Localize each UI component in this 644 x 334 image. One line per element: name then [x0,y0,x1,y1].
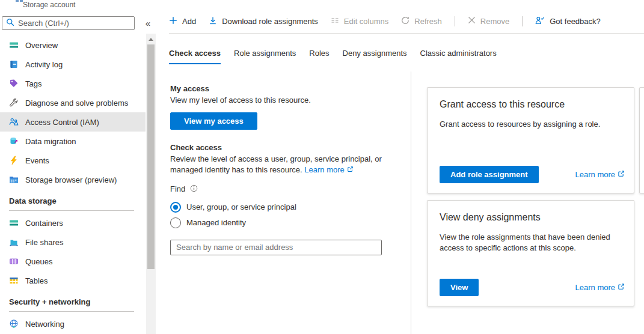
grant-access-card: Grant access to this resource Grant acce… [427,87,634,193]
view-deny-assignments-card: View deny assignments View the role assi… [427,200,634,306]
sidebar-item-file-shares[interactable]: File shares [0,232,146,252]
command-bar: Add Download role assignments Edit colum… [169,14,613,28]
tab-check-access[interactable]: Check access [169,49,221,64]
overview-icon [8,40,19,50]
tab-role-assignments[interactable]: Role assignments [234,49,296,64]
add-button[interactable]: Add [169,16,196,26]
queues-icon [8,257,19,267]
data-migration-icon [8,136,19,147]
resource-type-label: Storage account [23,1,75,9]
radio-selected-icon [170,202,181,213]
sidebar-section-security-networking: Security + networking [0,290,146,314]
info-icon[interactable] [190,184,198,194]
sidebar-item-containers[interactable]: Containers [0,213,146,232]
cropped-resource-icon [16,0,19,2]
find-search-input[interactable] [170,240,382,255]
external-link-icon [618,170,625,179]
external-link-icon [347,165,354,175]
sidebar-nav: Overview Activity log Tags Diagnose and … [0,35,146,333]
feedback-icon [535,16,545,26]
tab-roles[interactable]: Roles [309,49,329,64]
sidebar-item-data-migration[interactable]: Data migration [0,132,146,151]
tab-deny-assignments[interactable]: Deny assignments [343,49,407,64]
sidebar-search-box[interactable] [2,16,135,30]
edit-columns-button[interactable]: Edit columns [331,16,388,26]
check-access-panel: My access View my level of access to thi… [170,84,400,255]
remove-button[interactable]: Remove [468,16,509,26]
globe-icon [8,319,19,329]
search-icon [6,18,14,28]
grant-access-card-title: Grant access to this resource [440,99,622,110]
grant-access-learn-more-link[interactable]: Learn more [575,170,625,179]
tab-bar: Check access Role assignments Roles Deny… [169,49,497,64]
storage-browser-icon [8,175,19,185]
view-deny-assignments-card-description: View the role assignments that have been… [440,232,622,254]
sidebar-item-events[interactable]: Events [0,151,146,170]
command-bar-divider [169,33,644,34]
check-access-description: Review the level of access a user, group… [170,154,400,175]
sidebar-item-storage-browser[interactable]: Storage browser (preview) [0,170,146,189]
scrollbar-up-arrow-icon[interactable] [149,38,153,41]
download-role-assignments-button[interactable]: Download role assignments [209,16,318,26]
wrench-icon [8,98,19,108]
grant-access-card-description: Grant access to resources by assigning a… [440,119,622,130]
check-access-learn-more-link[interactable]: Learn more [304,165,353,175]
sidebar-item-activity-log[interactable]: Activity log [0,55,146,74]
find-label: Find [170,184,185,193]
refresh-button[interactable]: Refresh [401,16,442,26]
tag-icon [8,79,19,89]
radio-unselected-icon [170,217,181,228]
sidebar-scrollbar-thumb[interactable] [147,44,155,269]
view-my-access-button[interactable]: View my access [170,112,257,130]
view-deny-assignments-card-title: View deny assignments [440,212,622,223]
x-icon [468,16,476,26]
content-vertical-divider [411,71,411,334]
download-icon [209,16,217,26]
section-divider [9,311,134,312]
refresh-icon [401,16,409,26]
sidebar-item-tables[interactable]: Tables [0,271,146,290]
edit-columns-icon [331,16,339,26]
radio-user-group-service-principal[interactable]: User, group, or service principal [170,199,400,215]
containers-icon [8,218,19,228]
section-divider [9,210,134,211]
add-role-assignment-button[interactable]: Add role assignment [440,166,539,183]
sidebar-item-queues[interactable]: Queues [0,252,146,271]
collapse-sidebar-icon[interactable]: « [142,17,154,29]
sidebar-item-tags[interactable]: Tags [0,74,146,93]
lightning-icon [8,156,19,166]
my-access-description: View my level of access to this resource… [170,95,400,106]
external-link-icon [618,283,625,292]
sidebar-search-input[interactable] [18,19,130,28]
sidebar-scrollbar[interactable] [146,34,156,334]
deny-assignments-learn-more-link[interactable]: Learn more [575,283,625,292]
sidebar-item-access-control-iam[interactable]: Access Control (IAM) [0,112,146,132]
file-shares-icon [8,237,19,247]
partial-next-card [639,87,644,193]
sidebar-item-overview[interactable]: Overview [0,35,146,55]
sidebar-section-data-storage: Data storage [0,189,146,213]
my-access-title: My access [170,84,400,93]
got-feedback-button[interactable]: Got feedback? [535,16,601,26]
sidebar-item-diagnose[interactable]: Diagnose and solve problems [0,93,146,112]
check-access-title: Check access [170,143,400,152]
activity-log-icon [8,59,19,70]
tables-icon [8,276,19,286]
people-icon [8,117,19,127]
radio-managed-identity[interactable]: Managed identity [170,215,400,231]
view-button[interactable]: View [440,279,479,296]
sidebar-item-networking[interactable]: Networking [0,314,146,333]
sidebar: Storage account « Overview Activity log … [0,0,158,334]
toolbar-divider [455,16,455,26]
plus-icon [169,16,177,26]
find-section: Find User, group, or service principal M… [170,184,400,255]
tab-classic-administrators[interactable]: Classic administrators [420,49,497,64]
toolbar-divider [522,16,523,26]
